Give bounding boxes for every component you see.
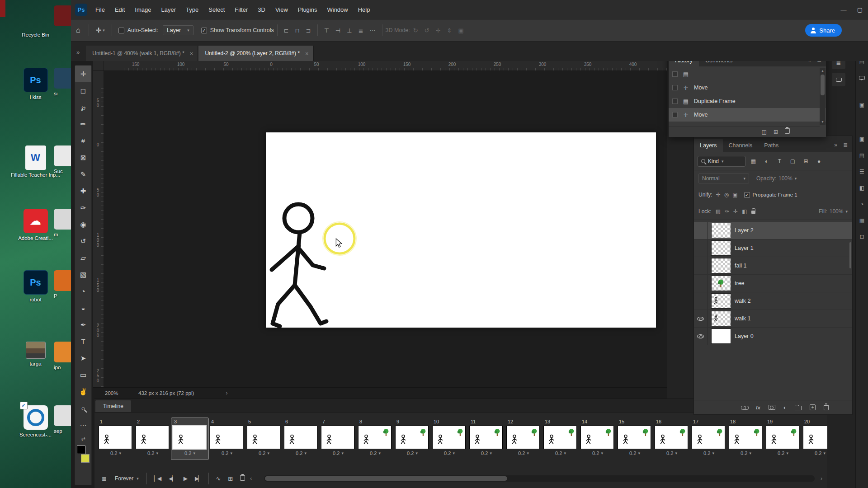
zoom-tool[interactable]: ○	[75, 400, 91, 417]
distribute-icon[interactable]: ⊥	[344, 27, 355, 34]
timeline-frame[interactable]: 20	[802, 418, 827, 460]
adjustment-layer-icon[interactable]: ◐	[783, 404, 787, 411]
unify-icon[interactable]: ▣	[732, 192, 737, 198]
layer-row[interactable]: Layer 2	[694, 222, 852, 239]
scroll-right-icon[interactable]: ›	[819, 475, 824, 482]
history-brush-well[interactable]	[672, 99, 678, 104]
menu-help[interactable]: Help	[353, 0, 375, 19]
frame-delay-dropdown[interactable]: 0.2 ▾	[247, 449, 281, 458]
desktop-icon-partial[interactable]: P	[54, 270, 71, 299]
timeline-frame[interactable]: 8	[357, 418, 394, 460]
layer-visibility-toggle[interactable]	[694, 310, 708, 327]
distribute-icon[interactable]: ⊣	[332, 27, 344, 34]
document-canvas[interactable]	[266, 132, 656, 328]
frame-delay-dropdown[interactable]: 0.2 ▾	[396, 449, 429, 458]
menu-type[interactable]: Type	[181, 0, 203, 19]
history-state[interactable]: Move	[669, 81, 826, 94]
panel-icon[interactable]: ◔	[856, 196, 868, 212]
document-tab-untitled-2[interactable]: Untitled-2 @ 200% (Layer 2, RGB/8#) * ×	[198, 46, 313, 61]
share-button[interactable]: Share	[805, 24, 842, 37]
panel-icon[interactable]: ◧	[856, 180, 868, 196]
unify-icon[interactable]: ◎	[724, 192, 729, 198]
quick-selection-tool[interactable]: ✏	[75, 116, 91, 132]
frame-delay-dropdown[interactable]: 0.2 ▾	[729, 449, 763, 458]
timeline-frame[interactable]: 10	[431, 418, 468, 460]
show-transform-checkbox[interactable]: ✓	[201, 28, 207, 33]
delete-state-button[interactable]	[785, 128, 790, 135]
more-options-icon[interactable]: ⋯	[367, 27, 379, 34]
menu-select[interactable]: Select	[203, 0, 230, 19]
lock-option-icon[interactable]: ✑	[725, 208, 729, 215]
frame-delay-dropdown[interactable]: 0.2 ▾	[321, 449, 355, 458]
desktop-icon-partial[interactable]: sep	[54, 405, 71, 434]
frame-delay-dropdown[interactable]: 0.2 ▾	[359, 449, 392, 458]
timeline-frame[interactable]: 2	[134, 418, 171, 460]
lock-option-icon[interactable]: ✛	[733, 208, 738, 215]
propagate-frame-checkbox[interactable]: ✓	[744, 192, 750, 198]
timeline-frame[interactable]: 17	[690, 418, 727, 460]
tab-paths[interactable]: Paths	[758, 139, 784, 152]
move-tool[interactable]: ✛	[75, 66, 91, 82]
gradient-tool[interactable]: ▧	[75, 266, 91, 283]
auto-select-checkbox[interactable]	[118, 28, 124, 33]
next-frame-button[interactable]: ▶▏	[191, 475, 205, 482]
layer-row[interactable]: Layer 0	[694, 328, 852, 345]
frame-delay-dropdown[interactable]: 0.2 ▾	[99, 449, 132, 458]
align-icon[interactable]: ⊓	[292, 27, 303, 34]
collapse-panels-icon[interactable]: »	[71, 49, 86, 61]
eraser-tool[interactable]: ▱	[75, 249, 91, 266]
menu-file[interactable]: File	[90, 0, 110, 19]
timeline-frame[interactable]: 14	[579, 418, 616, 460]
3d-mode-icon[interactable]: ⇕	[444, 27, 455, 34]
layer-visibility-toggle[interactable]	[694, 292, 708, 310]
timeline-frame[interactable]: 1	[97, 418, 134, 460]
layer-filter-icon[interactable]: T	[774, 156, 785, 166]
lock-option-icon[interactable]: ▨	[716, 208, 721, 215]
menu-layer[interactable]: Layer	[156, 0, 181, 19]
background-color-swatch[interactable]	[81, 454, 90, 463]
frame-delay-dropdown[interactable]: 0.2 ▾	[210, 449, 244, 458]
fill-control[interactable]: Fill: 100% ▾	[819, 208, 848, 215]
collapse-panel-icon[interactable]: »	[834, 142, 837, 148]
brush-tool[interactable]: ✑	[75, 199, 91, 216]
layer-filter-icon[interactable]: ▢	[788, 156, 798, 166]
pen-tool[interactable]: ✒	[75, 316, 91, 333]
tween-button[interactable]: ∿	[212, 475, 224, 482]
auto-select-target-dropdown[interactable]: Layer ▾	[163, 25, 193, 35]
timeline-frame[interactable]: 7	[320, 418, 357, 460]
layer-visibility-toggle[interactable]	[694, 239, 708, 257]
distribute-icon[interactable]: ⊤	[321, 27, 332, 34]
rectangle-tool[interactable]: ▭	[75, 366, 91, 383]
new-layer-icon[interactable]	[810, 404, 816, 410]
scroll-up-icon[interactable]: ▴	[821, 69, 823, 73]
frame-delay-dropdown[interactable]: 0.2 ▾	[136, 449, 170, 458]
frame-tool[interactable]: ⊠	[75, 149, 91, 166]
timeline-frame[interactable]: 13	[542, 418, 579, 460]
layer-visibility-toggle[interactable]	[694, 275, 708, 292]
layer-filter-icon[interactable]: ◐	[761, 156, 772, 166]
timeline-frame[interactable]: 12	[505, 418, 542, 460]
timeline-menu-icon[interactable]: ≣	[98, 475, 110, 482]
history-state[interactable]	[669, 67, 826, 81]
tab-timeline[interactable]: Timeline	[95, 400, 131, 412]
history-state[interactable]: Move	[669, 108, 826, 122]
comments-panel-icon[interactable]	[832, 73, 845, 86]
menu-edit[interactable]: Edit	[110, 0, 130, 19]
layer-filter-icon[interactable]: ●	[814, 156, 824, 166]
blend-mode-dropdown[interactable]: Normal ▾	[698, 174, 749, 183]
frame-delay-dropdown[interactable]: 0.2 ▾	[470, 449, 503, 458]
desktop-icon-partial[interactable]: ipo	[54, 342, 71, 370]
align-icon[interactable]: ⊏	[281, 27, 292, 34]
first-frame-button[interactable]: ▏◀	[150, 475, 165, 482]
panel-menu-icon[interactable]: ≣	[843, 142, 848, 148]
desktop-icon-partial[interactable]: m	[54, 209, 71, 237]
timeline-frame[interactable]: 11	[468, 418, 505, 460]
minimize-button[interactable]: —	[835, 6, 852, 13]
frame-delay-dropdown[interactable]: 0.2 ▾	[803, 449, 827, 458]
scroll-left-icon[interactable]: ‹	[249, 475, 253, 482]
layer-filter-icon[interactable]: ▦	[748, 156, 759, 166]
delete-layer-icon[interactable]	[824, 405, 829, 410]
new-snapshot-icon[interactable]: ⊞	[774, 129, 778, 135]
3d-mode-icon[interactable]: ▣	[455, 27, 467, 34]
menu-view[interactable]: View	[270, 0, 293, 19]
